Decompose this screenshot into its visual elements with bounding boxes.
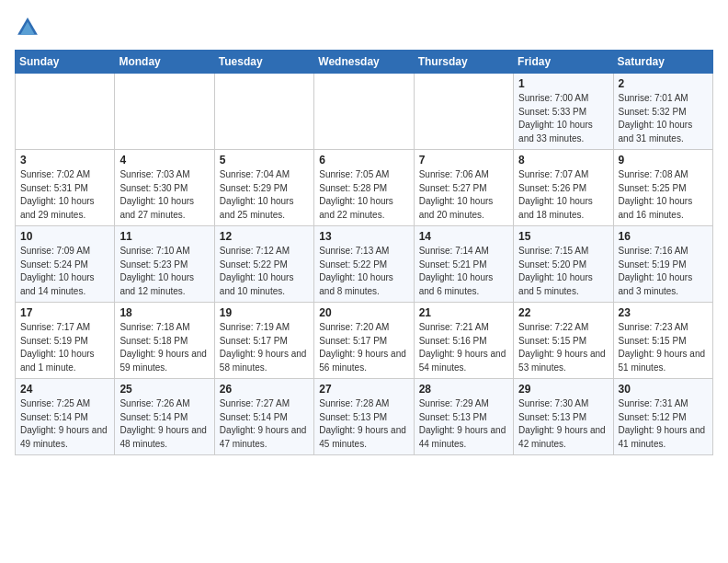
day-number: 29 [518, 383, 608, 396]
calendar-week-row: 17Sunrise: 7:17 AM Sunset: 5:19 PM Dayli… [16, 303, 713, 379]
calendar-cell: 8Sunrise: 7:07 AM Sunset: 5:26 PM Daylig… [514, 150, 613, 226]
day-number: 2 [619, 77, 708, 90]
day-of-week-header: Monday [115, 51, 214, 74]
calendar-cell: 23Sunrise: 7:23 AM Sunset: 5:15 PM Dayli… [613, 303, 712, 379]
day-number: 14 [419, 230, 508, 243]
day-info: Sunrise: 7:04 AM Sunset: 5:29 PM Dayligh… [220, 168, 309, 222]
calendar-cell: 30Sunrise: 7:31 AM Sunset: 5:12 PM Dayli… [613, 379, 712, 455]
day-number: 21 [419, 306, 508, 319]
day-info: Sunrise: 7:14 AM Sunset: 5:21 PM Dayligh… [419, 245, 508, 298]
calendar-cell: 24Sunrise: 7:25 AM Sunset: 5:14 PM Dayli… [16, 379, 115, 455]
calendar-cell: 4Sunrise: 7:03 AM Sunset: 5:30 PM Daylig… [115, 150, 214, 226]
day-info: Sunrise: 7:00 AM Sunset: 5:33 PM Dayligh… [518, 92, 608, 145]
calendar-cell [16, 74, 115, 150]
day-number: 19 [220, 306, 309, 319]
day-info: Sunrise: 7:20 AM Sunset: 5:17 PM Dayligh… [319, 321, 408, 374]
day-number: 6 [319, 154, 408, 167]
day-info: Sunrise: 7:02 AM Sunset: 5:31 PM Dayligh… [20, 168, 109, 222]
day-number: 20 [319, 306, 408, 319]
day-number: 28 [419, 383, 508, 396]
day-info: Sunrise: 7:03 AM Sunset: 5:30 PM Dayligh… [119, 168, 209, 222]
day-number: 22 [518, 306, 608, 319]
day-info: Sunrise: 7:16 AM Sunset: 5:19 PM Dayligh… [619, 245, 708, 298]
day-info: Sunrise: 7:17 AM Sunset: 5:19 PM Dayligh… [20, 321, 109, 374]
logo [15, 15, 44, 40]
day-info: Sunrise: 7:06 AM Sunset: 5:27 PM Dayligh… [419, 168, 508, 222]
day-number: 25 [119, 383, 209, 396]
calendar-cell: 28Sunrise: 7:29 AM Sunset: 5:13 PM Dayli… [414, 379, 513, 455]
day-info: Sunrise: 7:30 AM Sunset: 5:13 PM Dayligh… [518, 397, 608, 451]
day-info: Sunrise: 7:08 AM Sunset: 5:25 PM Dayligh… [619, 168, 708, 222]
day-info: Sunrise: 7:10 AM Sunset: 5:23 PM Dayligh… [119, 245, 209, 298]
day-number: 11 [119, 230, 209, 243]
day-number: 3 [20, 154, 109, 167]
calendar-cell: 14Sunrise: 7:14 AM Sunset: 5:21 PM Dayli… [414, 226, 513, 303]
calendar-cell: 18Sunrise: 7:18 AM Sunset: 5:18 PM Dayli… [115, 303, 214, 379]
day-number: 17 [20, 306, 109, 319]
calendar-cell [214, 74, 313, 150]
calendar-cell: 5Sunrise: 7:04 AM Sunset: 5:29 PM Daylig… [214, 150, 313, 226]
day-info: Sunrise: 7:27 AM Sunset: 5:14 PM Dayligh… [220, 397, 309, 451]
day-info: Sunrise: 7:05 AM Sunset: 5:28 PM Dayligh… [319, 168, 408, 222]
day-info: Sunrise: 7:31 AM Sunset: 5:12 PM Dayligh… [619, 397, 708, 451]
day-of-week-header: Sunday [16, 51, 115, 74]
day-info: Sunrise: 7:29 AM Sunset: 5:13 PM Dayligh… [419, 397, 508, 451]
day-number: 30 [619, 383, 708, 396]
day-number: 9 [619, 154, 708, 167]
calendar-cell: 27Sunrise: 7:28 AM Sunset: 5:13 PM Dayli… [314, 379, 414, 455]
day-info: Sunrise: 7:22 AM Sunset: 5:15 PM Dayligh… [518, 321, 608, 374]
day-info: Sunrise: 7:15 AM Sunset: 5:20 PM Dayligh… [518, 245, 608, 298]
day-of-week-header: Saturday [613, 51, 712, 74]
calendar-cell: 11Sunrise: 7:10 AM Sunset: 5:23 PM Dayli… [115, 226, 214, 303]
day-number: 8 [518, 154, 608, 167]
day-info: Sunrise: 7:01 AM Sunset: 5:32 PM Dayligh… [619, 92, 708, 145]
calendar-cell: 15Sunrise: 7:15 AM Sunset: 5:20 PM Dayli… [514, 226, 613, 303]
calendar-cell: 3Sunrise: 7:02 AM Sunset: 5:31 PM Daylig… [16, 150, 115, 226]
day-number: 23 [619, 306, 708, 319]
calendar-cell: 1Sunrise: 7:00 AM Sunset: 5:33 PM Daylig… [514, 74, 613, 150]
calendar-week-row: 3Sunrise: 7:02 AM Sunset: 5:31 PM Daylig… [16, 150, 713, 226]
day-info: Sunrise: 7:07 AM Sunset: 5:26 PM Dayligh… [518, 168, 608, 222]
calendar-cell: 2Sunrise: 7:01 AM Sunset: 5:32 PM Daylig… [613, 74, 712, 150]
day-number: 7 [419, 154, 508, 167]
day-info: Sunrise: 7:23 AM Sunset: 5:15 PM Dayligh… [619, 321, 708, 374]
day-number: 15 [518, 230, 608, 243]
day-number: 12 [220, 230, 309, 243]
day-info: Sunrise: 7:13 AM Sunset: 5:22 PM Dayligh… [319, 245, 408, 298]
day-number: 1 [518, 77, 608, 90]
page-header [15, 15, 713, 40]
day-number: 27 [319, 383, 408, 396]
calendar-cell: 25Sunrise: 7:26 AM Sunset: 5:14 PM Dayli… [115, 379, 214, 455]
day-info: Sunrise: 7:21 AM Sunset: 5:16 PM Dayligh… [419, 321, 508, 374]
day-info: Sunrise: 7:12 AM Sunset: 5:22 PM Dayligh… [220, 245, 309, 298]
day-number: 24 [20, 383, 109, 396]
calendar-cell: 6Sunrise: 7:05 AM Sunset: 5:28 PM Daylig… [314, 150, 414, 226]
day-number: 18 [119, 306, 209, 319]
calendar-week-row: 1Sunrise: 7:00 AM Sunset: 5:33 PM Daylig… [16, 74, 713, 150]
calendar-cell: 29Sunrise: 7:30 AM Sunset: 5:13 PM Dayli… [514, 379, 613, 455]
day-number: 4 [119, 154, 209, 167]
calendar-cell: 21Sunrise: 7:21 AM Sunset: 5:16 PM Dayli… [414, 303, 513, 379]
day-number: 13 [319, 230, 408, 243]
day-of-week-header: Wednesday [314, 51, 414, 74]
calendar-week-row: 10Sunrise: 7:09 AM Sunset: 5:24 PM Dayli… [16, 226, 713, 303]
day-info: Sunrise: 7:28 AM Sunset: 5:13 PM Dayligh… [319, 397, 408, 451]
day-number: 5 [220, 154, 309, 167]
calendar-cell: 10Sunrise: 7:09 AM Sunset: 5:24 PM Dayli… [16, 226, 115, 303]
calendar-cell: 7Sunrise: 7:06 AM Sunset: 5:27 PM Daylig… [414, 150, 513, 226]
calendar-cell: 19Sunrise: 7:19 AM Sunset: 5:17 PM Dayli… [214, 303, 313, 379]
day-info: Sunrise: 7:18 AM Sunset: 5:18 PM Dayligh… [119, 321, 209, 374]
day-info: Sunrise: 7:09 AM Sunset: 5:24 PM Dayligh… [20, 245, 109, 298]
calendar-cell [314, 74, 414, 150]
calendar-cell: 26Sunrise: 7:27 AM Sunset: 5:14 PM Dayli… [214, 379, 313, 455]
logo-icon [15, 15, 40, 40]
day-info: Sunrise: 7:26 AM Sunset: 5:14 PM Dayligh… [119, 397, 209, 451]
calendar-table: SundayMondayTuesdayWednesdayThursdayFrid… [15, 50, 713, 455]
calendar-cell: 22Sunrise: 7:22 AM Sunset: 5:15 PM Dayli… [514, 303, 613, 379]
day-info: Sunrise: 7:25 AM Sunset: 5:14 PM Dayligh… [20, 397, 109, 451]
day-of-week-header: Thursday [414, 51, 513, 74]
day-number: 10 [20, 230, 109, 243]
day-number: 26 [220, 383, 309, 396]
calendar-header: SundayMondayTuesdayWednesdayThursdayFrid… [16, 51, 713, 74]
calendar-cell [115, 74, 214, 150]
